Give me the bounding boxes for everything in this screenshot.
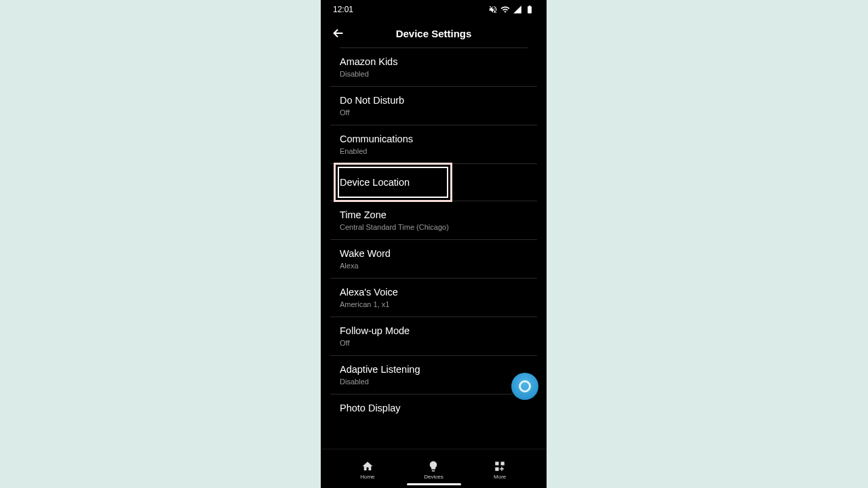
row-sub: Central Standard Time (Chicago): [340, 223, 528, 231]
svg-rect-0: [495, 462, 498, 465]
grid-plus-icon: [494, 460, 506, 472]
row-title: Adaptive Listening: [340, 363, 528, 376]
row-alexas-voice[interactable]: Alexa's Voice American 1, x1: [330, 279, 537, 317]
row-title: Do Not Disturb: [340, 94, 528, 107]
row-title: Communications: [340, 133, 528, 146]
row-title: Alexa's Voice: [340, 286, 528, 299]
row-sub: Alexa: [340, 262, 528, 270]
bulb-icon: [427, 460, 439, 472]
row-communications[interactable]: Communications Enabled: [330, 125, 537, 164]
home-indicator[interactable]: [407, 483, 461, 485]
row-adaptive-listening[interactable]: Adaptive Listening Disabled: [330, 356, 537, 394]
bottom-nav: Home Devices More: [321, 449, 547, 488]
row-title: Photo Display: [340, 402, 528, 415]
row-title: Follow-up Mode: [340, 325, 528, 338]
arrow-left-icon: [331, 26, 346, 41]
row-sub: Disabled: [340, 378, 528, 386]
row-title: Device Location: [340, 176, 528, 189]
nav-label: Home: [360, 474, 374, 480]
svg-rect-2: [495, 468, 498, 471]
row-title: Amazon Kids: [340, 56, 528, 68]
row-amazon-kids[interactable]: Amazon Kids Disabled: [330, 48, 537, 87]
row-device-location[interactable]: Device Location: [330, 164, 537, 202]
nav-label: More: [494, 474, 506, 480]
phone-frame: 12:01 Device Settings Amazon Kids Disabl…: [321, 0, 547, 488]
nav-devices[interactable]: Devices: [413, 460, 454, 480]
row-sub: Off: [340, 108, 528, 117]
header: Device Settings: [321, 19, 547, 47]
row-sub: Enabled: [340, 147, 528, 155]
signal-icon: [513, 5, 522, 14]
row-photo-display[interactable]: Photo Display: [330, 394, 537, 423]
battery-icon: [525, 5, 534, 14]
alexa-ring-icon: [519, 380, 531, 392]
row-follow-up-mode[interactable]: Follow-up Mode Off: [330, 317, 537, 356]
row-sub: American 1, x1: [340, 300, 528, 308]
row-wake-word[interactable]: Wake Word Alexa: [330, 240, 537, 279]
nav-label: Devices: [424, 474, 443, 480]
row-title: Wake Word: [340, 247, 528, 260]
home-icon: [361, 460, 374, 472]
svg-rect-1: [501, 462, 505, 465]
row-title: Time Zone: [340, 209, 528, 222]
page-title: Device Settings: [321, 28, 547, 39]
row-do-not-disturb[interactable]: Do Not Disturb Off: [330, 87, 537, 125]
settings-list[interactable]: Amazon Kids Disabled Do Not Disturb Off …: [321, 47, 547, 449]
row-sub: Off: [340, 339, 528, 347]
nav-more[interactable]: More: [479, 460, 520, 480]
alexa-fab[interactable]: [511, 373, 538, 400]
row-time-zone[interactable]: Time Zone Central Standard Time (Chicago…: [330, 201, 537, 240]
status-icons: [488, 5, 534, 14]
back-button[interactable]: [329, 24, 348, 43]
row-sub: Disabled: [340, 70, 528, 78]
status-bar: 12:01: [321, 0, 547, 19]
wifi-icon: [500, 5, 510, 14]
status-time: 12:01: [333, 5, 353, 14]
nav-home[interactable]: Home: [347, 460, 388, 480]
mute-icon: [488, 5, 498, 14]
